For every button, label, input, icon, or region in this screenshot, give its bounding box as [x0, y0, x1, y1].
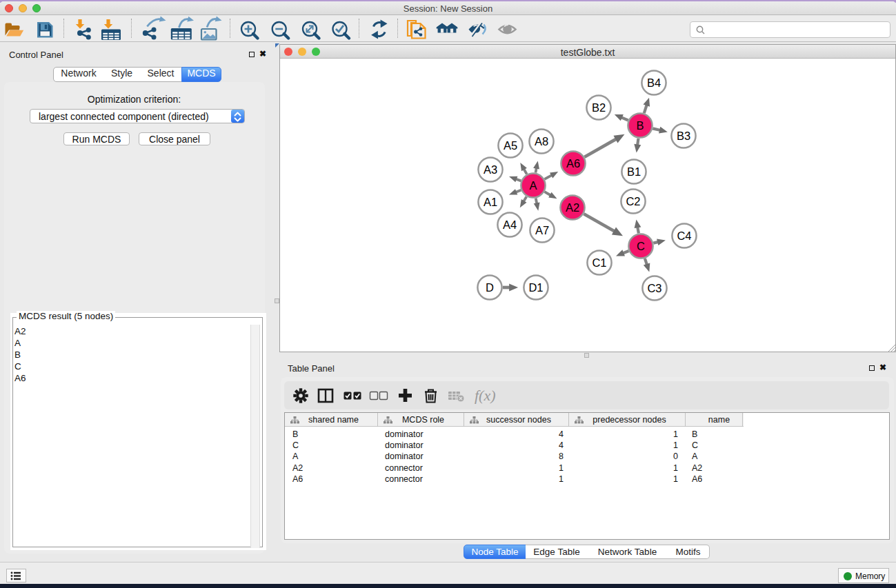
- svg-text:C4: C4: [677, 230, 691, 242]
- svg-text:C3: C3: [647, 282, 661, 294]
- svg-text:A3: A3: [484, 163, 497, 176]
- svg-text:A7: A7: [535, 224, 549, 236]
- svg-text:B3: B3: [677, 130, 690, 142]
- svg-text:A8: A8: [535, 135, 548, 148]
- svg-text:f(x): f(x): [475, 387, 496, 404]
- svg-text:A: A: [529, 179, 537, 192]
- svg-text:B1: B1: [627, 165, 641, 178]
- svg-text:B: B: [636, 119, 644, 132]
- svg-text:C2: C2: [626, 195, 640, 207]
- svg-text:A2: A2: [566, 201, 579, 214]
- svg-text:A4: A4: [503, 219, 517, 231]
- svg-text:C: C: [637, 240, 645, 252]
- svg-text:C1: C1: [592, 256, 606, 269]
- svg-text:B2: B2: [592, 101, 606, 114]
- svg-text:D1: D1: [528, 281, 543, 294]
- svg-text:A1: A1: [484, 196, 497, 208]
- svg-text:D: D: [486, 281, 494, 294]
- svg-text:A6: A6: [566, 157, 580, 170]
- svg-text:A5: A5: [504, 139, 517, 152]
- svg-text:B4: B4: [647, 77, 661, 89]
